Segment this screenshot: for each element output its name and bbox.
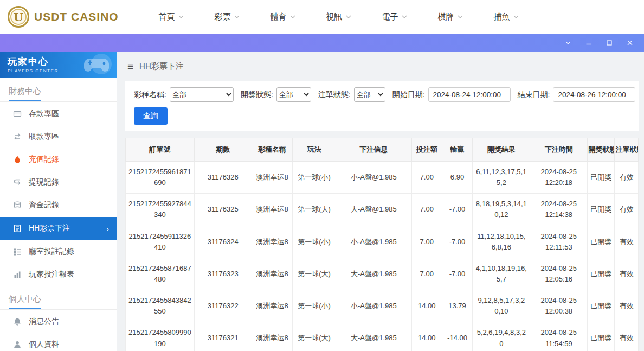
- cell-period: 31176324: [194, 226, 252, 258]
- sidebar-item-profile[interactable]: 個人資料: [0, 334, 117, 351]
- cell-period: 31176326: [194, 162, 252, 194]
- nav-item-home[interactable]: 首頁: [143, 12, 199, 22]
- cell-order-status: 有效: [615, 290, 639, 322]
- sidebar-item-player-bet-report[interactable]: 玩家投注報表: [0, 264, 117, 285]
- nav-item-slots[interactable]: 電子: [366, 12, 422, 22]
- chevron-down-icon: [458, 15, 463, 18]
- search-button[interactable]: 查詢: [134, 107, 168, 125]
- nav-item-fishing[interactable]: 捕魚: [478, 12, 534, 22]
- close-icon[interactable]: [627, 40, 633, 46]
- table-header-row: 訂單號期數彩種名稱玩法下注信息投注額輸贏開獎結果下注時間開獎狀態注單狀態: [126, 138, 639, 162]
- sidebar-item-recharge-record[interactable]: 充值記錄: [0, 149, 117, 170]
- breadcrumb: ≡ HH彩票下注: [117, 52, 644, 81]
- sidebar-item-withdraw[interactable]: 取款專區: [0, 126, 117, 148]
- sidebar-item-notice[interactable]: 消息公告: [0, 311, 117, 333]
- cell-period: 31176321: [194, 322, 252, 351]
- cell-win-loss: -7.00: [442, 258, 473, 290]
- start-date-input[interactable]: [428, 87, 511, 102]
- cell-bet-time: 2024-08-25 12:20:18: [530, 162, 588, 194]
- cell-order-status: 有效: [615, 162, 639, 194]
- main-content: ≡ HH彩票下注 彩種名稱: 全部 開獎狀態: 全部 注單狀態:: [117, 52, 644, 351]
- cell-draw-result: 4,1,10,18,19,16,5,7: [473, 258, 530, 290]
- filter-row: 彩種名稱: 全部 開獎狀態: 全部 注單狀態: 全部: [134, 87, 630, 102]
- bet-table-body: 2152172455961871690 31176326 澳洲幸运8 第一球(小…: [126, 162, 639, 351]
- cell-draw-status: 已開獎: [588, 322, 615, 351]
- end-date-input[interactable]: [553, 87, 635, 102]
- sidebar-item-funds-record[interactable]: 資金記錄: [0, 194, 117, 216]
- column-header: 彩種名稱: [252, 138, 293, 162]
- chevron-down-icon[interactable]: [565, 40, 571, 46]
- draw-status-select[interactable]: 全部: [276, 87, 311, 102]
- cell-bet-amount: 7.00: [411, 226, 442, 258]
- start-date-filter: 開始日期:: [392, 87, 511, 102]
- end-date-filter: 結束日期:: [518, 87, 636, 102]
- chevron-down-icon: [402, 15, 407, 18]
- cell-win-loss: -7.00: [442, 226, 473, 258]
- logo-monogram: U: [14, 10, 23, 24]
- cell-bet-info: 小-A盤@1.985: [336, 162, 411, 194]
- order-status-label: 注單狀態:: [318, 90, 351, 100]
- nav-item-video[interactable]: 視訊: [311, 12, 366, 22]
- window-titlebar: [0, 34, 644, 52]
- column-header: 輸贏: [442, 138, 473, 162]
- table-row: 2152172455871687480 31176323 澳洲幸运8 第一球(大…: [126, 258, 639, 290]
- players-center-header: 玩家中心 PLAYERS CENTER: [0, 52, 117, 78]
- cell-bet-amount: 7.00: [411, 162, 442, 194]
- sidebar-menu: 財務中心 存款專區 取款專區 充值記錄 提現記錄 資金記錄 HH彩票下注 › 廳…: [0, 82, 117, 351]
- chevron-right-icon: ›: [106, 225, 109, 233]
- nav-item-cards[interactable]: 棋牌: [422, 12, 478, 22]
- column-header: 開獎狀態: [588, 138, 615, 162]
- nav-item-lottery[interactable]: 彩票: [199, 12, 255, 22]
- cell-lottery-name: 澳洲幸运8: [252, 194, 293, 226]
- chevron-down-icon: [234, 15, 240, 18]
- cell-draw-status: 已開獎: [588, 162, 615, 194]
- lottery-name-label: 彩種名稱:: [134, 90, 166, 100]
- maximize-icon[interactable]: [606, 40, 613, 46]
- cell-bet-info: 大-A盤@1.985: [336, 194, 411, 226]
- transfer-icon: [13, 132, 22, 141]
- cell-order-no: 2152172455927844340: [126, 194, 195, 226]
- column-header: 下注信息: [336, 138, 411, 162]
- gamepad-icon: [80, 53, 113, 76]
- top-navbar: U USDT CASINO 首頁 彩票 體育 視訊 電子 棋牌 捕魚: [0, 0, 644, 34]
- draw-status-filter: 開獎狀態: 全部: [241, 87, 311, 102]
- bar-chart-icon: [13, 270, 22, 279]
- cell-play-type: 第一球(大): [293, 322, 336, 351]
- cell-bet-time: 2024-08-25 12:11:53: [530, 226, 588, 258]
- order-status-select[interactable]: 全部: [354, 87, 385, 102]
- list-icon: [13, 247, 22, 256]
- cell-bet-time: 2024-08-25 12:05:16: [530, 258, 588, 290]
- nav-item-sports[interactable]: 體育: [255, 12, 311, 22]
- cell-bet-time: 2024-08-25 11:54:59: [530, 322, 588, 351]
- cell-order-no: 2152172455911326410: [126, 226, 195, 258]
- cell-order-no: 2152172455843842550: [126, 290, 195, 322]
- draw-status-label: 開獎狀態:: [241, 90, 273, 100]
- cell-win-loss: -7.00: [442, 194, 473, 226]
- cell-win-loss: 13.79: [442, 290, 473, 322]
- table-row: 2152172455809990190 31176321 澳洲幸运8 第一球(大…: [126, 322, 639, 351]
- chevron-down-icon: [290, 15, 295, 18]
- cell-order-no: 2152172455809990190: [126, 322, 195, 351]
- table-row: 2152172455927844340 31176325 澳洲幸运8 第一球(大…: [126, 194, 639, 226]
- sidebar-item-hall-bet-record[interactable]: 廳室投註記錄: [0, 241, 117, 263]
- sidebar-item-deposit[interactable]: 存款專區: [0, 103, 117, 125]
- bell-icon: [13, 317, 22, 326]
- cell-bet-info: 大-A盤@1.985: [336, 258, 411, 290]
- minimize-icon[interactable]: [585, 40, 592, 46]
- sidebar-item-hh-lottery-bet[interactable]: HH彩票下注 ›: [0, 217, 117, 240]
- usdt-casino-logo-icon: U: [8, 6, 29, 28]
- cell-bet-info: 小-A盤@1.985: [336, 290, 411, 322]
- end-date-label: 結束日期:: [518, 90, 550, 100]
- coins-icon: [13, 201, 22, 209]
- column-header: 開獎結果: [473, 138, 530, 162]
- lottery-name-select[interactable]: 全部: [170, 87, 234, 102]
- cell-order-status: 有效: [615, 194, 639, 226]
- hamburger-icon[interactable]: ≡: [127, 61, 133, 72]
- logo[interactable]: U USDT CASINO: [0, 6, 134, 28]
- cell-bet-info: 大-A盤@1.985: [336, 322, 411, 351]
- sidebar-item-withdrawal-record[interactable]: 提現記錄: [0, 171, 117, 193]
- cell-draw-status: 已開獎: [588, 290, 615, 322]
- cell-order-no: 2152172455961871690: [126, 162, 195, 194]
- cell-lottery-name: 澳洲幸运8: [252, 258, 293, 290]
- order-status-filter: 注單狀態: 全部: [318, 87, 385, 102]
